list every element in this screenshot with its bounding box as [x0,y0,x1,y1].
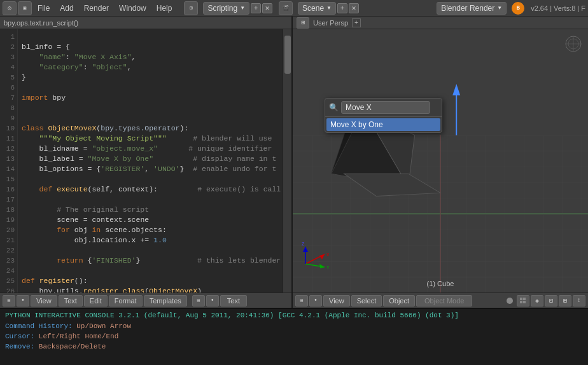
system-icon[interactable]: ⊙ [3,1,17,15]
script-view-btn[interactable]: View [31,295,57,306]
script-editor-panel: bpy.ops.text.run_script() 12345 678910 1… [0,17,293,308]
render-engine-chevron-icon: ▼ [497,5,502,11]
code-content[interactable]: bl_info = { "name": "Move X Axis", "cate… [18,29,283,293]
workspace-label: Scripting [207,4,237,13]
scroll-thumb[interactable] [284,36,291,74]
console-header: PYTHON INTERACTIVE CONSOLE 3.2.1 (defaul… [5,312,583,319]
code-area: 12345 678910 1112131415 1617181920 21222… [0,29,291,293]
vp-area-type-icon[interactable]: ⊞ [295,295,308,306]
text-dot-icon[interactable]: • [206,295,219,306]
search-magnify-icon: 🔍 [329,103,339,113]
viewport-objects [293,29,588,293]
svg-rect-27 [523,301,526,303]
search-result-0[interactable]: Move X by One [326,118,440,131]
line-numbers: 12345 678910 1112131415 1617181920 21222… [0,29,18,293]
workspace-icon[interactable]: ⊞ [184,1,198,15]
camera-info: (1) Cube [427,280,454,287]
console-line-2: Remove: Backspace/Delete [5,341,583,352]
search-input[interactable] [341,101,430,114]
vp-select-btn[interactable]: Select [351,295,382,306]
svg-marker-20 [303,247,308,252]
menu-file[interactable]: File [33,3,54,14]
dot-indicator-1 [507,298,513,304]
text-type-label: Text [220,295,247,306]
search-input-row: 🔍 [325,99,442,117]
script-dot-icon[interactable]: • [17,295,29,306]
script-format-btn[interactable]: Format [109,295,143,306]
chevron-down-icon: ▼ [240,5,245,11]
svg-text:Y: Y [326,265,330,270]
version-info: v2.64 | Verts:8 | F [531,4,585,12]
vp-icon-4[interactable]: ↕ [573,295,585,306]
scene-selector[interactable]: Scene ▼ [298,2,336,15]
vp-icon-2[interactable]: ⊡ [545,295,557,306]
app-window: ⊙ ▣ File Add Render Window Help ⊞ Script… [0,0,588,365]
menu-render[interactable]: Render [80,3,113,14]
vp-layers-btn[interactable] [517,295,529,306]
middle-row: bpy.ops.text.run_script() 12345 678910 1… [0,17,588,308]
viewport-panel: ⊞ User Persp + [293,17,588,308]
svg-marker-8 [344,174,440,196]
scene-close-button[interactable]: ✕ [349,3,359,13]
svg-marker-10 [452,84,460,95]
console-line-1: Cursor: Left/Right Home/End [5,331,583,341]
svg-text:X: X [326,252,330,258]
screen-icon[interactable]: ▣ [18,1,32,15]
viewport-header: ⊞ User Persp + [293,17,588,29]
script-header-text: bpy.ops.text.run_script() [4,19,78,27]
script-area-icon[interactable]: ⊞ [3,295,15,306]
search-popup: 🔍 Move X by One [325,98,442,133]
workspace-selector[interactable]: Scripting ▼ [203,2,249,15]
svg-rect-26 [520,301,522,303]
console-line-0: Command History: Up/Down Arrow [5,321,583,331]
render-engine-label: Blender Render [441,4,494,13]
vp-dot-icon[interactable]: • [309,295,322,306]
scene-label: Scene [302,4,324,13]
menu-window[interactable]: Window [115,3,151,14]
top-menubar: ⊙ ▣ File Add Render Window Help ⊞ Script… [0,0,588,17]
scene-chevron-icon: ▼ [326,5,332,11]
blender-logo: B [512,2,524,15]
orientation-widget [564,34,583,53]
script-scrollbar[interactable] [283,29,291,293]
viewport-persp-label: User Persp [313,19,348,27]
console-area: PYTHON INTERACTIVE CONSOLE 3.2.1 (defaul… [0,308,588,365]
script-templates-btn[interactable]: Templates [144,295,187,306]
vp-area-icon[interactable]: ⊞ [297,17,309,29]
scene-icon[interactable]: 🎬 [279,1,293,15]
menu-add[interactable]: Add [55,3,78,14]
svg-text:Z: Z [302,242,304,247]
vp-view-btn[interactable]: View [323,295,350,306]
workspace-close-button[interactable]: ✕ [262,3,272,13]
render-engine-selector[interactable]: Blender Render ▼ [437,2,507,15]
text-type-icon[interactable]: ⊞ [192,295,205,306]
script-edit-btn[interactable]: Edit [84,295,108,306]
vp-icon-1[interactable]: ◈ [531,295,543,306]
menu-help[interactable]: Help [152,3,177,14]
viewport-bottom-bar: ⊞ • View Select Object Object Mode [293,293,588,308]
viewport-content[interactable]: X Y Z (1) Cube 🔍 Move X by O [293,29,588,293]
vp-object-btn[interactable]: Object [383,295,415,306]
script-header: bpy.ops.text.run_script() [0,17,291,29]
svg-rect-24 [520,298,522,300]
axis-arrows: X Y Z [299,242,331,273]
script-text-btn[interactable]: Text [59,295,83,306]
camera-info-text: (1) Cube [427,280,454,287]
workspace-add-button[interactable]: + [251,3,261,13]
svg-marker-18 [319,264,325,268]
vp-icon-3[interactable]: ⊞ [559,295,571,306]
script-bottom-bar: ⊞ • View Text Edit Format Templates ⊞ • … [0,293,291,308]
scene-add-button[interactable]: + [337,3,347,13]
viewport-right-icons: ◈ ⊡ ⊞ ↕ [507,295,585,306]
vp-mode-selector[interactable]: Object Mode [416,295,472,306]
viewport-plus-btn[interactable]: + [352,18,361,27]
svg-rect-25 [523,298,526,300]
